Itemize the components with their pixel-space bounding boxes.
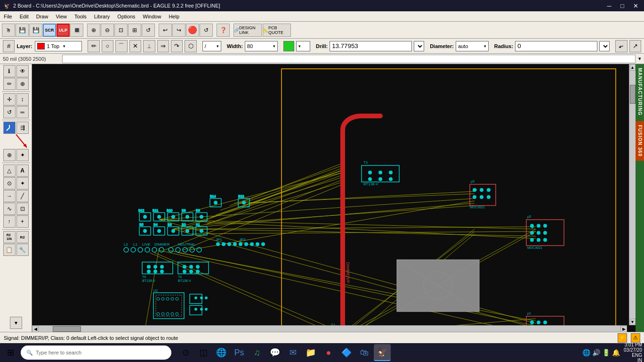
zoom-last-button[interactable]: ↺: [142, 24, 155, 37]
width-select[interactable]: 80: [245, 41, 278, 51]
zoom-sel-button[interactable]: ⊞: [128, 24, 141, 37]
via-tool[interactable]: ✕: [129, 40, 141, 52]
zoom-in-button[interactable]: ⊕: [87, 24, 100, 37]
menu-item-options[interactable]: Options: [113, 13, 139, 20]
battery-icon[interactable]: 🔋: [602, 349, 610, 356]
copy-button[interactable]: 📋: [3, 244, 16, 256]
fusion360-tab[interactable]: FUSION 360: [636, 121, 644, 160]
rect-tool[interactable]: ↷: [171, 40, 183, 52]
design-link-button[interactable]: 🔗 DESIGN LINK: [233, 24, 262, 37]
slash-button[interactable]: ╱: [16, 190, 29, 202]
chrome-icon[interactable]: ●: [320, 344, 337, 361]
drill-input[interactable]: [330, 41, 412, 51]
info-tool-button[interactable]: ℹ: [3, 65, 16, 77]
lightning-indicator[interactable]: ⚡: [618, 333, 627, 343]
command-input[interactable]: [62, 55, 636, 63]
redo-button[interactable]: ↪: [172, 24, 185, 37]
eagle-taskbar-icon[interactable]: 🦅: [374, 344, 391, 361]
teams-icon[interactable]: 💬: [266, 344, 283, 361]
start-button[interactable]: ⊞: [2, 344, 19, 361]
route-active-button[interactable]: [3, 122, 16, 134]
wave-button[interactable]: ∿: [3, 203, 16, 215]
polygon-place-button[interactable]: △: [3, 165, 16, 177]
marker-tool-button[interactable]: ⊕: [16, 78, 29, 90]
route-option-button[interactable]: ↗: [629, 40, 641, 52]
close-button[interactable]: ✕: [631, 2, 640, 9]
scroll-right-button[interactable]: ▶: [620, 326, 627, 332]
radius-input[interactable]: [515, 41, 597, 51]
angle-select[interactable]: /: [202, 41, 221, 51]
script-button[interactable]: SCR: [43, 24, 56, 37]
pen-tool-button[interactable]: ✏: [3, 78, 16, 90]
save-button[interactable]: 💾: [16, 24, 29, 37]
mail-icon[interactable]: ✉: [284, 344, 301, 361]
store-icon[interactable]: 🛍: [356, 344, 373, 361]
stop-button[interactable]: 🔴: [186, 24, 199, 37]
radius-unit-select[interactable]: [599, 41, 610, 51]
wrench-button[interactable]: 🔧: [16, 244, 29, 256]
hline-tool-button[interactable]: ═: [16, 106, 29, 118]
drill-unit-select[interactable]: [414, 41, 424, 51]
edge-icon[interactable]: 🌐: [213, 344, 230, 361]
view-tool-button[interactable]: 👁: [16, 65, 29, 77]
search-bar[interactable]: 🔍 Type here to search: [21, 346, 171, 360]
network-icon[interactable]: 🌐: [582, 349, 590, 356]
cmd-dropdown-arrow[interactable]: ▾: [638, 56, 641, 62]
menu-item-edit[interactable]: Edit: [16, 13, 32, 20]
scroll-down-button[interactable]: ▾: [10, 317, 22, 329]
text-place-button[interactable]: A: [16, 165, 29, 177]
manufacturing-tab[interactable]: MANUFACTURING: [636, 64, 644, 119]
wire-tool[interactable]: ✏: [88, 40, 99, 52]
scroll-left-button[interactable]: ◀: [32, 326, 39, 332]
h-scroll-thumb[interactable]: [53, 326, 81, 332]
layer-select[interactable]: 1 Top: [35, 41, 82, 51]
menu-item-library[interactable]: Library: [90, 13, 114, 20]
spotify-icon[interactable]: ♫: [249, 344, 266, 361]
drc-button[interactable]: 🔳: [70, 24, 83, 37]
cortana-icon[interactable]: ⊙: [177, 344, 194, 361]
grid-button[interactable]: #: [3, 40, 15, 52]
menu-item-help[interactable]: Help: [165, 13, 183, 20]
h-scroll-track[interactable]: [39, 326, 620, 332]
scroll-up-button[interactable]: ▲: [630, 64, 636, 71]
menu-item-tools[interactable]: Tools: [71, 13, 90, 20]
diameter-select[interactable]: auto: [456, 41, 489, 51]
autoroute-button[interactable]: ⇶: [16, 122, 29, 134]
up-button[interactable]: ↑: [3, 215, 16, 228]
polygon-tool[interactable]: ⇒: [157, 40, 169, 52]
pointer-button[interactable]: 🖱: [2, 24, 15, 37]
size-tool-button[interactable]: ↕: [16, 93, 29, 106]
pad-tool[interactable]: ⟂: [143, 40, 155, 52]
arrow2-button[interactable]: →: [3, 190, 16, 202]
pcb-canvas-area[interactable]: DIMMER/P BT138-V T1: [32, 64, 636, 332]
signal-select[interactable]: [296, 41, 310, 51]
end-route-button[interactable]: ⬐: [615, 40, 627, 52]
repeat-button[interactable]: ↺: [200, 24, 213, 37]
circle-tool[interactable]: ○: [102, 40, 113, 52]
menu-item-draw[interactable]: Draw: [32, 13, 52, 20]
signal-color[interactable]: [283, 41, 294, 51]
undo-button[interactable]: ↩: [159, 24, 172, 37]
star-button[interactable]: ✦: [16, 177, 29, 189]
menu-item-file[interactable]: File: [0, 13, 16, 20]
del-tool-button[interactable]: ✦: [16, 149, 29, 161]
save2-button[interactable]: 💾: [29, 24, 42, 37]
rotate-tool-button[interactable]: ↺: [3, 106, 16, 118]
plus-button[interactable]: +: [16, 215, 29, 228]
task-view-icon[interactable]: ◫: [195, 344, 212, 361]
msedge-icon[interactable]: 🔷: [338, 344, 355, 361]
v-scroll-thumb[interactable]: [630, 85, 636, 104]
menu-item-view[interactable]: View: [52, 13, 71, 20]
photoshop-icon[interactable]: Ps: [231, 344, 248, 361]
notifications-icon[interactable]: 🔔: [612, 349, 620, 356]
drc2-button[interactable]: ⊡: [16, 203, 29, 215]
menu-item-window[interactable]: Window: [139, 13, 165, 20]
minimize-button[interactable]: ─: [604, 2, 614, 9]
speaker-icon[interactable]: 🔊: [592, 349, 600, 356]
file-explorer-icon[interactable]: 📁: [302, 344, 319, 361]
vertical-scrollbar[interactable]: ▲ ▼: [629, 64, 636, 325]
pcb-quote-button[interactable]: 📐 PCB QUOTE: [263, 24, 291, 37]
warning-indicator[interactable]: ⚠: [631, 333, 640, 343]
zoom-out-button[interactable]: ⊖: [101, 24, 114, 37]
arc-tool[interactable]: ⌒: [115, 40, 127, 52]
